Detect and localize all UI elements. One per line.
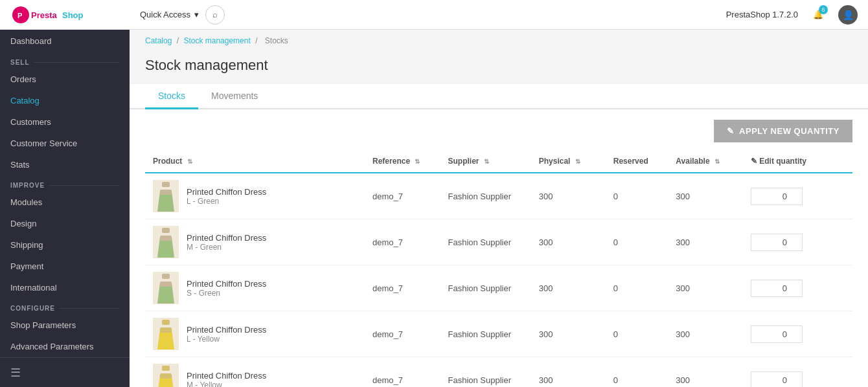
sidebar-item-shop-parameters[interactable]: Shop Parameters xyxy=(0,315,130,336)
apply-btn-row: ✎ APPLY NEW QUANTITY xyxy=(145,120,852,142)
th-available: Available ⇅ xyxy=(668,150,743,173)
sort-product-icon[interactable]: ⇅ xyxy=(187,158,192,165)
product-name: Printed Chiffon Dress xyxy=(187,233,266,243)
product-image xyxy=(153,226,179,258)
td-reserved: 0 xyxy=(606,219,668,265)
main-layout: Dashboard SELL Orders Catalog Customers … xyxy=(0,30,868,387)
td-reserved: 0 xyxy=(606,173,668,219)
apply-btn-label: APPLY NEW QUANTITY xyxy=(739,126,839,136)
topbar-right: PrestaShop 1.7.2.0 🔔 6 👤 xyxy=(726,5,858,25)
svg-rect-10 xyxy=(162,274,170,279)
svg-rect-4 xyxy=(162,182,170,187)
td-product: Printed Chiffon Dress M - Yellow xyxy=(145,357,365,388)
user-avatar-button[interactable]: 👤 xyxy=(838,5,858,25)
sidebar-item-orders[interactable]: Orders xyxy=(0,69,130,90)
sort-supplier-icon[interactable]: ⇅ xyxy=(484,158,489,165)
sidebar-item-modules[interactable]: Modules xyxy=(0,192,130,213)
th-edit-quantity: ✎ Edit quantity xyxy=(743,150,852,173)
sidebar: Dashboard SELL Orders Catalog Customers … xyxy=(0,30,130,387)
th-product: Product ⇅ xyxy=(145,150,365,173)
breadcrumb-catalog[interactable]: Catalog xyxy=(145,36,172,45)
td-available: 300 xyxy=(668,173,743,219)
product-name: Printed Chiffon Dress xyxy=(187,325,266,335)
product-variant: M - Yellow xyxy=(187,381,266,388)
sort-available-icon[interactable]: ⇅ xyxy=(714,158,720,165)
page-title: Stock management xyxy=(145,57,852,74)
sidebar-item-customer-service[interactable]: Customer Service xyxy=(0,133,130,154)
td-product: Printed Chiffon Dress M - Green xyxy=(145,219,365,265)
breadcrumb-sep2: / xyxy=(255,36,260,45)
sidebar-item-dashboard[interactable]: Dashboard xyxy=(0,30,130,52)
svg-rect-6 xyxy=(160,190,172,195)
search-icon: ⌕ xyxy=(212,10,218,19)
td-physical: 300 xyxy=(531,357,606,388)
version-label: PrestaShop 1.7.2.0 xyxy=(726,10,798,19)
td-edit-qty xyxy=(743,219,852,265)
td-supplier: Fashion Supplier xyxy=(440,357,531,388)
td-physical: 300 xyxy=(531,219,606,265)
td-reference: demo_7 xyxy=(365,219,440,265)
td-product: Printed Chiffon Dress L - Green xyxy=(145,173,365,219)
sidebar-item-shipping[interactable]: Shipping xyxy=(0,234,130,256)
logo-area: P Presta Shop xyxy=(10,5,140,25)
td-edit-qty xyxy=(743,311,852,357)
product-image xyxy=(153,364,179,387)
td-reference: demo_7 xyxy=(365,311,440,357)
td-supplier: Fashion Supplier xyxy=(440,311,531,357)
svg-rect-12 xyxy=(160,282,172,287)
quick-access-label: Quick Access xyxy=(140,10,190,19)
table-body: Printed Chiffon Dress L - Green demo_7 F… xyxy=(145,173,852,387)
svg-rect-15 xyxy=(160,327,172,333)
svg-rect-7 xyxy=(162,228,170,233)
td-edit-qty xyxy=(743,173,852,219)
td-product: Printed Chiffon Dress L - Yellow xyxy=(145,311,365,357)
quick-access-button[interactable]: Quick Access ▾ xyxy=(140,10,199,19)
th-supplier: Supplier ⇅ xyxy=(440,150,531,173)
td-physical: 300 xyxy=(531,311,606,357)
svg-text:Presta: Presta xyxy=(31,10,58,20)
td-available: 300 xyxy=(668,357,743,388)
edit-quantity-input[interactable] xyxy=(751,326,803,343)
sidebar-item-stats[interactable]: Stats xyxy=(0,154,130,175)
sidebar-item-payment[interactable]: Payment xyxy=(0,256,130,277)
sidebar-section-sell: SELL xyxy=(0,52,130,69)
td-edit-qty xyxy=(743,265,852,311)
search-button[interactable]: ⌕ xyxy=(205,5,225,25)
tab-movements[interactable]: Movements xyxy=(198,84,271,109)
sort-reference-icon[interactable]: ⇅ xyxy=(415,158,420,165)
svg-rect-13 xyxy=(162,320,170,325)
table-row: Printed Chiffon Dress M - Green demo_7 F… xyxy=(145,219,852,265)
breadcrumb-stock-management[interactable]: Stock management xyxy=(183,36,250,45)
sort-physical-icon[interactable]: ⇅ xyxy=(575,158,580,165)
pencil-col-icon: ✎ xyxy=(751,157,757,166)
stock-table: Product ⇅ Reference ⇅ Supplier ⇅ Physi xyxy=(145,150,852,387)
td-reference: demo_7 xyxy=(365,357,440,388)
td-reserved: 0 xyxy=(606,265,668,311)
th-physical: Physical ⇅ xyxy=(531,150,606,173)
svg-rect-9 xyxy=(160,236,172,241)
apply-new-quantity-button[interactable]: ✎ APPLY NEW QUANTITY xyxy=(714,120,852,142)
sidebar-item-customers[interactable]: Customers xyxy=(0,111,130,133)
td-edit-qty xyxy=(743,357,852,388)
product-name: Printed Chiffon Dress xyxy=(187,187,266,197)
sidebar-item-design[interactable]: Design xyxy=(0,213,130,234)
svg-rect-16 xyxy=(162,366,170,371)
edit-quantity-input[interactable] xyxy=(751,371,803,388)
sidebar-item-international[interactable]: International xyxy=(0,277,130,298)
hamburger-icon[interactable]: ☰ xyxy=(10,366,21,379)
product-variant: S - Green xyxy=(187,289,266,298)
sidebar-item-advanced-parameters[interactable]: Advanced Parameters xyxy=(0,336,130,357)
td-reserved: 0 xyxy=(606,311,668,357)
product-image xyxy=(153,180,179,212)
product-image xyxy=(153,318,179,350)
edit-quantity-input[interactable] xyxy=(751,234,803,251)
sidebar-item-catalog[interactable]: Catalog xyxy=(0,90,130,111)
notifications-button[interactable]: 🔔 6 xyxy=(808,5,828,25)
breadcrumb-sep1: / xyxy=(177,36,181,45)
td-reserved: 0 xyxy=(606,357,668,388)
tab-stocks[interactable]: Stocks xyxy=(145,84,198,109)
sidebar-bottom: ☰ xyxy=(0,357,130,387)
td-product: Printed Chiffon Dress S - Green xyxy=(145,265,365,311)
edit-quantity-input[interactable] xyxy=(751,188,803,205)
edit-quantity-input[interactable] xyxy=(751,280,803,297)
